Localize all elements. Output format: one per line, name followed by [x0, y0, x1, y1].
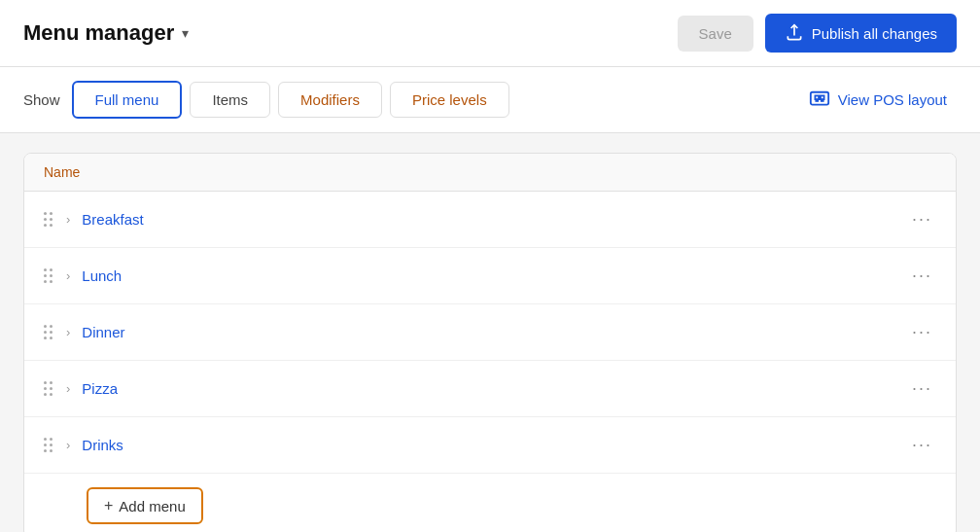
tab-full-menu[interactable]: Full menu [72, 81, 183, 119]
header-left: Menu manager ▾ [23, 20, 189, 46]
publish-label: Publish all changes [812, 25, 937, 42]
table-header: Name [24, 154, 956, 192]
dropdown-arrow-icon[interactable]: ▾ [182, 25, 189, 41]
add-menu-row: + Add menu [24, 474, 956, 532]
table-row[interactable]: › Breakfast ··· [24, 192, 956, 248]
drag-handle[interactable] [40, 210, 56, 229]
publish-icon [785, 23, 804, 43]
toolbar: Show Full menu Items Modifiers Price lev… [0, 67, 980, 133]
toolbar-left: Show Full menu Items Modifiers Price lev… [23, 81, 517, 119]
table-row[interactable]: › Lunch ··· [24, 248, 956, 304]
expand-icon[interactable]: › [66, 438, 70, 452]
tabs-group: Full menu Items Modifiers Price levels [72, 81, 517, 119]
view-pos-button[interactable]: View POS layout [799, 84, 957, 117]
header: Menu manager ▾ Save Publish all changes [0, 0, 980, 67]
more-options-button[interactable]: ··· [904, 431, 940, 459]
add-menu-button[interactable]: + Add menu [87, 487, 203, 524]
expand-icon[interactable]: › [66, 381, 70, 396]
menu-item-name: Lunch [82, 267, 904, 284]
tab-items[interactable]: Items [190, 82, 270, 118]
pos-icon [809, 89, 830, 111]
more-options-button[interactable]: ··· [904, 262, 940, 290]
menu-item-name: Drinks [82, 437, 904, 453]
menu-item-name: Pizza [82, 380, 904, 397]
app-container: Menu manager ▾ Save Publish all changes … [0, 0, 980, 532]
save-button[interactable]: Save [678, 16, 753, 52]
table-row[interactable]: › Drinks ··· [24, 417, 956, 474]
more-options-button[interactable]: ··· [904, 374, 940, 403]
tab-modifiers[interactable]: Modifiers [278, 82, 382, 118]
expand-icon[interactable]: › [66, 212, 70, 227]
plus-icon: + [104, 497, 113, 514]
table-row[interactable]: › Pizza ··· [24, 361, 956, 417]
header-right: Save Publish all changes [678, 14, 957, 53]
show-label: Show [23, 91, 60, 108]
more-options-button[interactable]: ··· [904, 205, 940, 233]
page-title: Menu manager [23, 20, 174, 46]
name-column-header: Name [44, 164, 80, 180]
table-row[interactable]: › Dinner ··· [24, 304, 956, 361]
menu-item-name: Dinner [82, 324, 904, 340]
tab-price-levels[interactable]: Price levels [390, 82, 509, 118]
drag-handle[interactable] [40, 379, 56, 398]
drag-handle[interactable] [40, 436, 56, 454]
expand-icon[interactable]: › [66, 268, 70, 283]
svg-rect-3 [815, 95, 819, 99]
menu-item-name: Breakfast [82, 211, 904, 228]
view-pos-label: View POS layout [838, 91, 947, 108]
more-options-button[interactable]: ··· [904, 318, 940, 346]
expand-icon[interactable]: › [66, 325, 70, 339]
drag-handle[interactable] [40, 323, 56, 341]
svg-rect-4 [821, 95, 824, 99]
menu-card: Name › Breakfast ··· › [23, 153, 957, 532]
content: Name › Breakfast ··· › [0, 133, 980, 532]
add-menu-label: Add menu [119, 498, 185, 514]
publish-button[interactable]: Publish all changes [765, 14, 957, 53]
drag-handle[interactable] [40, 266, 56, 285]
